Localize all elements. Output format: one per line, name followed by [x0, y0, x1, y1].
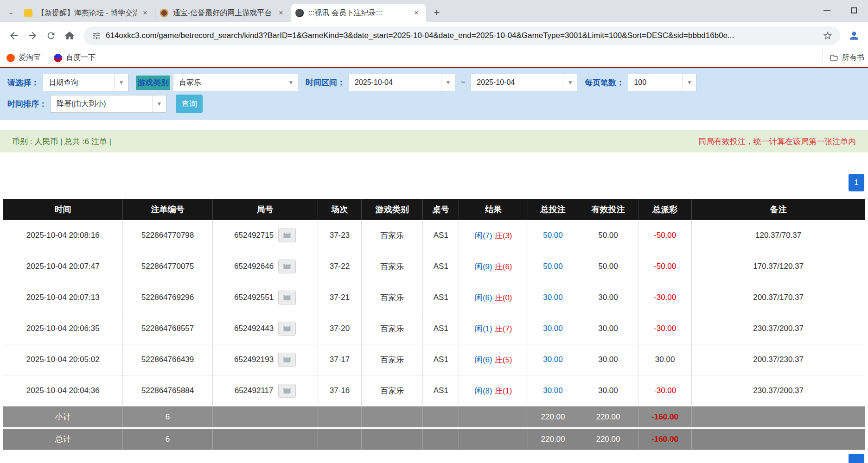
chevron-down-icon[interactable]: ▼ — [682, 74, 696, 91]
bet-id-cell: 522864769296 — [123, 282, 212, 313]
chevron-down-icon[interactable]: ▼ — [114, 74, 128, 91]
total-bet-link[interactable]: 50.00 — [543, 262, 563, 271]
bet-record-table: 时间 注单编号 局号 场次 游戏类别 桌号 结果 总投注 有效投注 总派彩 备注… — [3, 199, 865, 450]
chevron-down-icon[interactable]: ▼ — [441, 74, 455, 91]
video-replay-button[interactable] — [278, 384, 296, 398]
chevron-down-icon[interactable]: ▼ — [284, 74, 298, 91]
table-no-cell: AS1 — [423, 375, 459, 406]
sort-label: 时间排序： — [7, 99, 47, 109]
video-replay-button[interactable] — [278, 353, 296, 367]
bookmark-baidu[interactable]: 百度一下 — [54, 53, 96, 63]
back-button[interactable] — [5, 26, 23, 45]
note-cell: 230.37/200.37 — [692, 313, 865, 344]
round-number: 652492551 — [234, 293, 274, 302]
session-cell: 37-22 — [318, 251, 362, 282]
video-replay-button[interactable] — [278, 291, 296, 304]
date-start-value: 2025-10-04 — [349, 78, 441, 87]
payout-cell: -30.00 — [638, 313, 692, 344]
table-no-cell: AS1 — [423, 344, 459, 375]
col-total-bet: 总投注 — [528, 199, 578, 220]
reload-icon — [46, 31, 56, 41]
game-type-select[interactable]: 百家乐 ▼ — [173, 74, 298, 91]
table-row: 2025-10-04 20:08:16 522864770798 6524927… — [3, 220, 865, 251]
bookmark-star-icon[interactable] — [823, 31, 833, 41]
address-bar[interactable]: 614oxkc3.com/game/betrecord_search/kind3… — [83, 26, 840, 45]
video-replay-button[interactable] — [278, 322, 296, 336]
currency-total-info: 币别 : 人民币 | 总共 :6 注单 | — [12, 136, 111, 147]
note-cell: 170.37/120.37 — [692, 251, 865, 282]
player-result: 闲(8) — [475, 387, 492, 395]
valid-bet-cell: 30.00 — [578, 375, 638, 406]
valid-bet-cell: 30.00 — [578, 282, 638, 313]
close-icon[interactable]: × — [276, 8, 286, 18]
tab-tongbao[interactable]: 通宝-信誉最好的网上游戏平台 × — [155, 4, 291, 22]
video-replay-button[interactable] — [278, 228, 296, 242]
note-cell: 200.37/230.37 — [692, 344, 865, 375]
video-replay-button[interactable] — [278, 260, 296, 273]
tab-forum[interactable]: 【新提醒】海燕论坛 - 博学交流 × — [19, 4, 155, 22]
table-row: 2025-10-04 20:07:47 522864770075 6524926… — [3, 251, 865, 282]
chevron-down-icon[interactable]: ▼ — [152, 95, 166, 112]
valid-bet-notice: 同局有效投注，统一计算在该局第一张注单内 — [698, 136, 856, 147]
search-button[interactable]: 查询 — [176, 95, 203, 113]
page-size-label: 每页笔数： — [585, 77, 624, 88]
round-cell: 652492646 — [212, 251, 318, 282]
total-bet-link[interactable]: 30.00 — [543, 386, 563, 395]
baidu-icon — [54, 54, 62, 62]
round-number: 652492443 — [234, 324, 274, 333]
game-cell: 百家乐 — [362, 375, 423, 406]
close-icon[interactable]: × — [140, 8, 150, 18]
time-cell: 2025-10-04 20:05:02 — [3, 344, 123, 375]
total-bet-link[interactable]: 30.00 — [543, 324, 563, 333]
note-cell: 230.37/200.37 — [692, 375, 865, 406]
maximize-icon[interactable] — [851, 7, 857, 13]
round-cell: 652492715 — [212, 220, 318, 251]
query-type-select[interactable]: 日期查询 ▼ — [43, 74, 128, 91]
total-bet-link[interactable]: 30.00 — [543, 355, 563, 364]
payout-cell: -30.00 — [638, 282, 692, 313]
forward-arrow-icon — [27, 30, 38, 41]
col-session: 场次 — [318, 199, 362, 220]
tab-bet-records-active[interactable]: :::视讯 会员下注纪录::: × — [291, 4, 426, 22]
total-bet-link[interactable]: 50.00 — [543, 231, 563, 240]
profile-button[interactable] — [845, 26, 863, 45]
date-end-select[interactable]: 2025-10-04 ▼ — [471, 74, 577, 91]
session-cell: 37-20 — [318, 313, 362, 344]
url-text[interactable]: 614oxkc3.com/game/betrecord_search/kind3… — [106, 31, 818, 40]
bookmark-label: 爱淘宝 — [19, 53, 41, 63]
total-bet-cell: 50.00 — [528, 220, 578, 251]
time-cell: 2025-10-04 20:07:47 — [3, 251, 123, 282]
table-row: 2025-10-04 20:05:02 522864766439 6524921… — [3, 344, 865, 375]
bookmark-taobao[interactable]: 爱淘宝 — [6, 53, 41, 63]
all-bookmarks-folder[interactable]: 所有书 — [823, 49, 868, 67]
sort-select[interactable]: 降幂(由大到小) ▼ — [51, 95, 166, 113]
pagination-bottom-partial[interactable] — [849, 454, 864, 463]
valid-bet-cell: 30.00 — [578, 313, 638, 344]
valid-bet-cell: 50.00 — [578, 220, 638, 251]
banker-result: 庄(0) — [495, 293, 512, 302]
date-start-select[interactable]: 2025-10-04 ▼ — [349, 74, 455, 91]
result-cell: 闲(1)庄(7) — [459, 313, 528, 344]
table-no-cell: AS1 — [423, 251, 459, 282]
total-bet-link[interactable]: 30.00 — [543, 293, 563, 302]
tab-search-chevron-icon[interactable]: ⌄ — [5, 6, 18, 19]
close-icon[interactable]: × — [411, 8, 421, 18]
home-button[interactable] — [60, 26, 79, 45]
forward-button[interactable] — [23, 26, 42, 45]
payout-cell: -30.00 — [638, 375, 692, 406]
page-1-button[interactable]: 1 — [849, 174, 864, 191]
round-number: 652492646 — [234, 262, 274, 271]
col-payout: 总派彩 — [638, 199, 692, 220]
time-cell: 2025-10-04 20:08:16 — [3, 220, 123, 251]
new-tab-button[interactable]: + — [430, 6, 444, 19]
result-cell: 闲(8)庄(1) — [459, 375, 528, 406]
reload-button[interactable] — [42, 26, 60, 45]
col-note: 备注 — [692, 199, 865, 220]
banker-result: 庄(6) — [495, 262, 512, 271]
minimize-icon[interactable] — [823, 10, 830, 11]
player-result: 闲(6) — [475, 355, 492, 364]
chevron-down-icon[interactable]: ▼ — [563, 74, 577, 91]
video-favicon-icon — [295, 9, 304, 17]
page-size-select[interactable]: 100 ▼ — [628, 74, 696, 91]
site-settings-icon[interactable] — [92, 31, 101, 40]
